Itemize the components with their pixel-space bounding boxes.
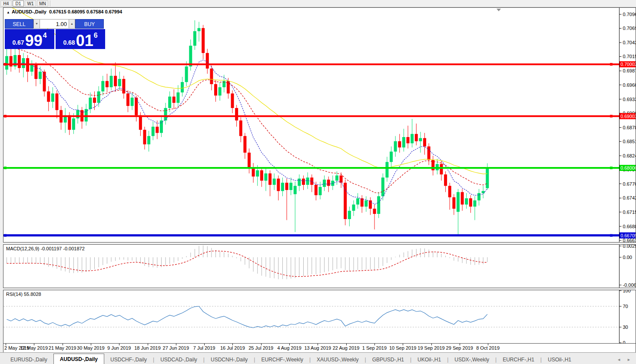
chart-tab-bar: EURUSD-,DailyAUDUSD-,DailyUSDCHF-,Daily|… (0, 352, 636, 364)
candle (97, 92, 100, 103)
price-tick-label: 0.68240 (623, 153, 636, 158)
candle (419, 138, 422, 141)
candle (43, 72, 46, 91)
candle (294, 186, 297, 194)
volume-decrease-button[interactable]: ▼ (33, 19, 40, 29)
candle (465, 198, 468, 204)
candle (231, 93, 234, 108)
candle (51, 93, 54, 102)
candle (448, 186, 451, 197)
buy-price-prefix: 0.68 (63, 39, 75, 46)
sell-button[interactable]: SELL (5, 19, 33, 29)
chart-tab[interactable]: UKOil-,H1 (411, 355, 447, 364)
price-axis: 0.709650.706950.704200.701500.698750.696… (619, 8, 636, 242)
candle (76, 110, 80, 118)
chart-shift-icon[interactable] (497, 9, 501, 11)
main-chart-panel: 0.709650.706950.704200.701500.698750.696… (3, 7, 636, 243)
hline-left-handle[interactable] (4, 115, 7, 118)
sell-price[interactable]: 0.67994 (5, 29, 54, 49)
candles (5, 20, 489, 236)
candle (114, 76, 117, 86)
collapse-trade-panel-icon[interactable]: ▲ (7, 10, 10, 14)
candle (176, 92, 179, 103)
candle (47, 92, 50, 102)
timeframe-mn-button[interactable]: MN (37, 0, 48, 7)
candle (181, 82, 184, 92)
candle (131, 98, 134, 106)
hline-left-handle[interactable] (4, 234, 7, 237)
hline-left-handle[interactable] (4, 63, 7, 66)
tab-scroll-controls: ◄ ► (617, 357, 636, 364)
price-tick-label: 0.67155 (623, 210, 636, 215)
timeframe-w1-button[interactable]: W1 (25, 0, 36, 7)
price-tick-label: 0.68515 (623, 139, 636, 144)
candle (260, 170, 263, 180)
chart-tab[interactable]: GBPUSD-,H1 (366, 355, 410, 364)
candle (185, 66, 188, 82)
buy-button[interactable]: BUY (75, 19, 104, 29)
tab-scroll-left-icon[interactable]: ◄ (617, 357, 621, 362)
candle (427, 146, 431, 160)
candle (340, 175, 343, 183)
candle (235, 108, 238, 121)
chart-tab[interactable]: USDCAD-,Daily (154, 355, 203, 364)
candle (327, 180, 330, 186)
date-label: 9 Jun 2019 (107, 345, 131, 351)
candle (486, 168, 489, 188)
candle (143, 130, 146, 144)
date-label: 4 Aug 2019 (277, 345, 301, 351)
candle (402, 137, 405, 148)
candle (156, 127, 159, 133)
sell-price-big: 99 (25, 34, 43, 47)
candle (85, 109, 88, 121)
volume-input[interactable] (40, 19, 69, 29)
timeframe-d1-button[interactable]: D1 (13, 0, 24, 7)
chart-tab[interactable]: EURCHF-,Weekly (255, 355, 309, 364)
chart-tab[interactable]: USOil-,H1 (542, 355, 577, 364)
chart-tab[interactable]: USDX-,Weekly (448, 355, 495, 364)
candle (469, 198, 472, 207)
candle (335, 175, 338, 180)
hline-right-handle[interactable] (610, 167, 613, 169)
candle (385, 162, 388, 177)
chart-tab[interactable]: EURUSD-,Daily (4, 355, 53, 364)
buy-price[interactable]: 0.68016 (56, 29, 105, 49)
candle (164, 108, 167, 121)
sell-price-prefix: 0.67 (12, 39, 24, 46)
chart-tab[interactable]: AUDUSD-,Daily (53, 354, 104, 364)
candle (364, 200, 368, 207)
tab-scroll-right-icon[interactable]: ► (627, 357, 631, 362)
candle (407, 137, 410, 143)
chart-tab[interactable]: USDCNH-,Daily (205, 355, 254, 364)
candle (352, 204, 355, 210)
candle (256, 170, 259, 176)
hline-right-handle[interactable] (610, 63, 613, 66)
timeframe-h4-button[interactable]: H4 (0, 0, 12, 7)
timeframe-toolbar: H4 D1 W1 MN (0, 0, 636, 7)
mid-ema-line (7, 45, 487, 193)
candle (189, 46, 192, 66)
candle (457, 192, 460, 212)
chart-tab[interactable]: XAUUSD-,Weekly (311, 355, 364, 364)
chart-tab[interactable]: EURCHF-,H1 (497, 355, 540, 364)
hline-right-handle[interactable] (610, 234, 613, 237)
candle (390, 151, 393, 162)
chart-tab[interactable]: USDCHF-,Daily (104, 355, 153, 364)
date-axis[interactable]: 2 May 201912 May 201921 May 201930 May 2… (3, 344, 636, 352)
candle (243, 136, 246, 153)
volume-increase-button[interactable]: ▲ (69, 19, 75, 29)
fast-ema-line (7, 60, 487, 204)
price-tick-label: 0.70965 (623, 12, 636, 17)
candle (273, 179, 276, 185)
one-click-trade-panel: SELL ▼ ▲ BUY 0.67994 0.68016 (5, 19, 106, 49)
candle (193, 31, 196, 46)
candle (168, 97, 171, 108)
date-label: 22 Aug 2019 (333, 345, 360, 351)
candle (68, 115, 71, 130)
price-tick-label: 0.70150 (623, 54, 636, 59)
chart-symbol-label: AUDUSD-,Daily (12, 9, 46, 14)
candle (302, 179, 305, 185)
price-tick-label: 0.67700 (623, 181, 636, 187)
hline-left-handle[interactable] (4, 167, 7, 169)
hline-right-handle[interactable] (610, 115, 613, 118)
